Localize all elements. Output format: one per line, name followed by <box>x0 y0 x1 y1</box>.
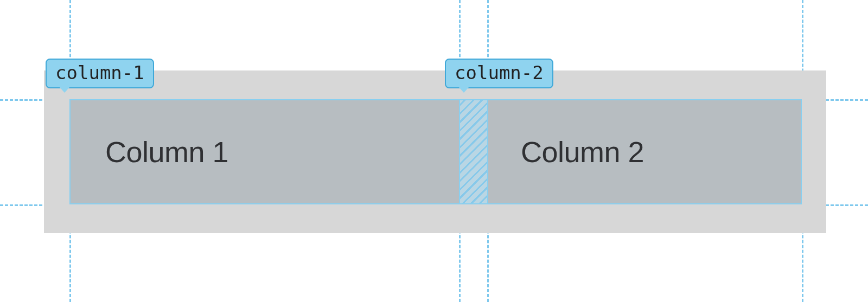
grid-cell-column-1: Column 1 <box>69 99 460 204</box>
cell-label: Column 2 <box>521 135 644 169</box>
track-label-text: column-2 <box>455 62 544 83</box>
track-label-text: column-1 <box>55 62 144 83</box>
grid-gap-indicator <box>460 99 487 204</box>
grid-container: Column 1 Column 2 <box>44 70 826 233</box>
grid: Column 1 Column 2 <box>69 99 802 204</box>
cell-label: Column 1 <box>105 135 228 169</box>
track-label-badge: column-2 <box>445 59 553 88</box>
track-label-badge: column-1 <box>46 59 154 88</box>
grid-cell-column-2: Column 2 <box>487 99 802 204</box>
